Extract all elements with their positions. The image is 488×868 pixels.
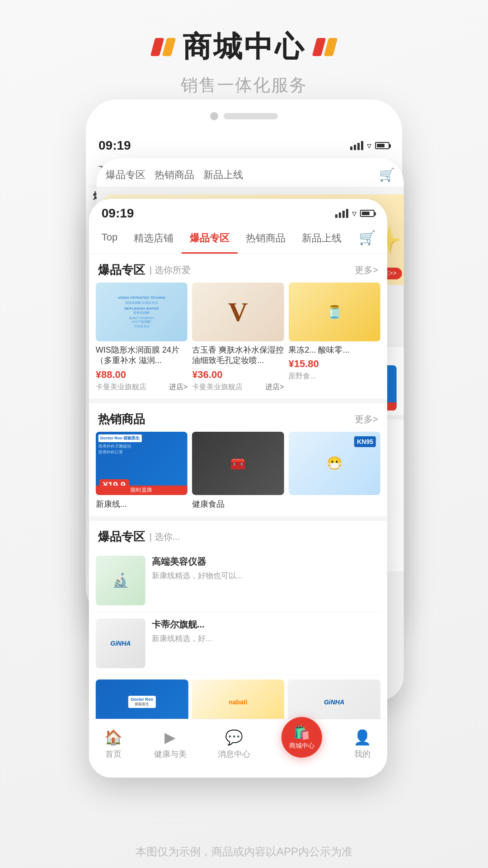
header-subtitle: 销售一体化服务 — [0, 74, 488, 97]
product-shop-2: 卡曼美业旗舰店 进店> — [192, 382, 284, 392]
front-cart-icon[interactable]: 🛒 — [352, 224, 383, 254]
hot-product-card-2[interactable]: 🧰 健康食品 — [192, 432, 284, 509]
hot-product-img-1: Doctor Roo 袋鼠医生 医用外科灭菌级别 医用外科口罩 ¥19.9 限时… — [96, 432, 188, 495]
product-row2-item-2[interactable]: nabati — [192, 679, 284, 725]
phone-back-notch — [210, 112, 278, 120]
mid-tab-new[interactable]: 新品上线 — [203, 168, 243, 182]
front-screen-content: 09:19 ▿ Top 精选店铺 — [89, 199, 387, 778]
product-shop-1: 卡曼美业旗舰店 进店> — [96, 382, 188, 392]
front-signal-3 — [343, 211, 345, 218]
nav-item-health[interactable]: ▶ 健康与美 — [154, 729, 187, 760]
shop-name-1: 卡曼美业旗舰店 — [96, 382, 146, 392]
health-label: 健康与美 — [154, 749, 187, 760]
battery-fill — [377, 144, 385, 147]
mid-tab-explosive[interactable]: 爆品专区 — [106, 168, 145, 182]
front-tab-explosive[interactable]: 爆品专区 — [182, 224, 238, 254]
battery-icon — [375, 142, 389, 149]
header-title-row: 商城中心 — [0, 27, 488, 66]
wifi-icon: ▿ — [367, 140, 371, 151]
cartier-list-sub: 新康线精选，好... — [152, 633, 380, 644]
kn95-badge: KN95 — [354, 436, 376, 447]
front-tab-selected[interactable]: 精选店铺 — [126, 224, 182, 254]
front-tab-hot[interactable]: 热销商品 — [238, 224, 294, 254]
list-item-beauty-device[interactable]: 🔬 高端美容仪器 新康线精选，好物也可以... — [96, 549, 380, 612]
beauty-device-list-info: 高端美容仪器 新康线精选，好物也可以... — [152, 556, 380, 605]
explosive-product-grid: USING PATENTED TECHNO 富集玻尿酸*从源头补水 REPLEN… — [89, 283, 387, 399]
explosive-section2-header: 爆品专区 | 选你... — [89, 521, 387, 549]
explosive-section-sub: | 选你所爱 — [150, 264, 191, 276]
product-price-2: ¥36.00 — [192, 369, 284, 381]
hot-product-name-2: 健康食品 — [192, 499, 284, 509]
hot-product-img-3: KN95 😷 — [288, 432, 380, 495]
nav-item-mine[interactable]: 👤 我的 — [353, 729, 371, 760]
hot-product-card-1[interactable]: Doctor Roo 袋鼠医生 医用外科灭菌级别 医用外科口罩 ¥19.9 限时… — [96, 432, 188, 509]
notch-bar — [224, 113, 278, 119]
section-divider-1 — [89, 399, 387, 403]
mid-cart-icon[interactable]: 🛒 — [379, 167, 395, 182]
nav-center-mall-button[interactable]: 🛍️ 商城中心 — [282, 717, 322, 758]
explosive-section2-sub: | 选你... — [150, 531, 180, 543]
right-slash-icon — [314, 38, 335, 56]
hot-section-more[interactable]: 更多> — [355, 413, 378, 425]
nav-item-home[interactable]: 🏠 首页 — [104, 729, 122, 760]
front-tab-top[interactable]: Top — [94, 224, 126, 254]
product-img-3: 🫙 — [288, 283, 380, 341]
footer-disclaimer: 本图仅为示例，商品或内容以APP内公示为准 — [0, 844, 488, 859]
explosive-section-more[interactable]: 更多> — [355, 264, 378, 276]
product-row2-item-1[interactable]: Doctor Roo 袋鼠医生 — [96, 679, 188, 725]
beauty-device-list-img: 🔬 — [96, 556, 145, 605]
hot-product-grid: Doctor Roo 袋鼠医生 医用外科灭菌级别 医用外科口罩 ¥19.9 限时… — [89, 432, 387, 516]
front-signal-4 — [346, 209, 348, 218]
section-divider-2 — [89, 516, 387, 521]
explosive-section-title: 爆品专区 — [98, 262, 145, 278]
explosive-section-header: 爆品专区 | 选你所爱 更多> — [89, 254, 387, 283]
hot-product-card-3[interactable]: KN95 😷 — [288, 432, 380, 509]
slash-red-left — [150, 38, 164, 56]
front-battery-fill — [362, 212, 370, 215]
page-title: 商城中心 — [183, 27, 305, 66]
mall-center-label: 商城中心 — [289, 742, 314, 750]
explosive-section2-title: 爆品专区 — [98, 529, 145, 545]
front-tab-new[interactable]: 新品上线 — [294, 224, 350, 254]
product-img-2: V — [192, 283, 284, 341]
notch-dot — [210, 112, 218, 120]
product-card-1[interactable]: USING PATENTED TECHNO 富集玻尿酸*从源头补水 REPLEN… — [96, 283, 188, 392]
message-label: 消息中心 — [218, 749, 250, 760]
slash-orange-left — [162, 38, 176, 56]
product-name-2: 古玉香 爽肤水补水保湿控油细致毛孔定妆喷... — [192, 345, 284, 366]
nav-item-message[interactable]: 💬 消息中心 — [218, 729, 250, 760]
message-icon: 💬 — [225, 729, 243, 746]
slash-orange-right — [324, 38, 338, 56]
cartier-list-info: 卡蒂尔旗舰... 新康线精选，好... — [152, 618, 380, 668]
front-battery-icon — [360, 210, 375, 217]
bottom-nav: 🏠 首页 ▶ 健康与美 💬 消息中心 🛍️ 商城中心 👤 — [89, 719, 387, 778]
signal-bar-3 — [357, 143, 360, 150]
phone-stack: 09:19 ▿ Top 精选店铺 爆 — [23, 99, 465, 800]
front-nav-tabs: Top 精选店铺 爆品专区 热销商品 新品上线 🛒 — [89, 224, 387, 254]
limited-badge: 限时直降 — [96, 486, 188, 495]
mine-label: 我的 — [354, 749, 371, 760]
left-slash-icon — [153, 38, 174, 56]
product-name-3: 果冻2... 酸味零... — [288, 345, 380, 355]
shop-link-1[interactable]: 进店> — [169, 382, 188, 392]
cartier-list-img: GiNHA — [96, 618, 145, 668]
hot-product-name-1: 新康线... — [96, 499, 188, 509]
hot-section-header: 热销商品 更多> — [89, 403, 387, 432]
front-status-bar: 09:19 ▿ — [89, 199, 387, 224]
explosive-list: 🔬 高端美容仪器 新康线精选，好物也可以... GiNHA 卡蒂尔旗舰... — [89, 549, 387, 675]
signal-bar-2 — [354, 145, 356, 150]
signal-bars — [350, 141, 363, 150]
mine-icon: 👤 — [353, 729, 371, 746]
product-price-1: ¥88.00 — [96, 369, 188, 381]
shop-name-3: 原野食... — [288, 372, 316, 381]
product-card-3[interactable]: 🫙 果冻2... 酸味零... ¥15.80 原野食... — [288, 283, 380, 392]
phone-front: 09:19 ▿ Top 精选店铺 — [89, 199, 387, 778]
shop-link-2[interactable]: 进店> — [265, 382, 284, 392]
mid-tab-hot[interactable]: 热销商品 — [155, 168, 194, 182]
header: 商城中心 销售一体化服务 — [0, 0, 488, 110]
list-item-cartier[interactable]: GiNHA 卡蒂尔旗舰... 新康线精选，好... — [96, 612, 380, 675]
product-card-2[interactable]: V 古玉香 爽肤水补水保湿控油细致毛孔定妆喷... ¥36.00 卡曼美业旗舰店… — [192, 283, 284, 392]
back-time: 09:19 — [99, 138, 131, 153]
signal-bar-1 — [350, 146, 352, 150]
product-img-1: USING PATENTED TECHNO 富集玻尿酸*从源头补水 REPLEN… — [96, 283, 188, 341]
